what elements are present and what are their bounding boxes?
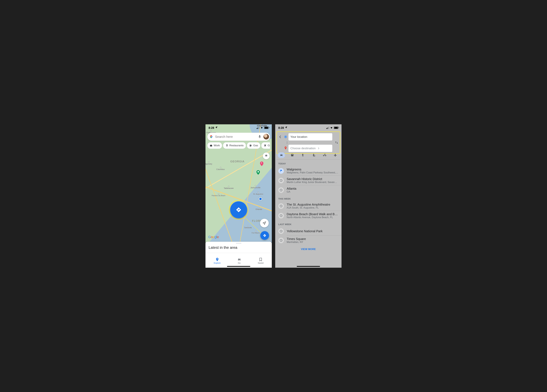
clock-icon — [278, 228, 284, 234]
suggestion-row[interactable]: Daytona Beach (Board Walk and Beach P…No… — [275, 211, 342, 220]
suggestion-subtitle: Walgreens, Palm Coast Parkway Southwest,… — [287, 171, 338, 174]
avatar[interactable] — [263, 134, 269, 140]
suggestion-row[interactable]: WalgreensWalgreens, Palm Coast Parkway S… — [275, 166, 342, 176]
destination-pin-icon — [284, 146, 287, 150]
location-services-icon — [215, 126, 218, 129]
view-more-button[interactable]: VIEW MORE — [275, 245, 342, 255]
chip-restaurants[interactable]: Restaurants — [223, 142, 246, 149]
search-input[interactable] — [215, 135, 256, 139]
section-header: LAST WEEK — [275, 220, 342, 227]
suggestion-subtitle: North Atlantic Avenue, Daytona Beach, FL — [287, 216, 338, 219]
chip-groceries[interactable]: Groceries — [261, 142, 270, 149]
phone-directions-view: 8:28 Your location Choose destination — [275, 124, 342, 268]
suggestion-title: Daytona Beach (Board Walk and Beach P… — [287, 213, 338, 216]
clock-icon — [278, 178, 284, 183]
tab-go[interactable]: Go — [237, 258, 241, 264]
status-bar: 8:28 — [205, 124, 272, 131]
wifi-icon — [330, 126, 333, 129]
chip-label: Groceries — [268, 144, 270, 147]
clock-icon — [278, 213, 284, 219]
suggestion-row[interactable]: Yellowstone National Park — [275, 227, 342, 235]
svg-point-2 — [211, 136, 212, 137]
origin-dot-icon — [284, 136, 287, 138]
directions-fab[interactable] — [260, 231, 269, 240]
bottom-sheet[interactable]: Latest in the area — [205, 242, 272, 253]
google-logo-icon — [210, 135, 213, 138]
suggestion-subtitle: A1A South, St. Augustine, FL — [287, 206, 338, 209]
battery-icon — [334, 126, 338, 129]
location-services-icon — [285, 126, 287, 129]
mode-flight[interactable] — [332, 152, 339, 158]
destination-suggestions: TODAY WalgreensWalgreens, Palm Coast Par… — [275, 159, 342, 268]
signal-icon — [326, 127, 329, 129]
suggestion-title: The St. Augustine Amphitheatre — [287, 203, 338, 206]
chip-gas[interactable]: Gas — [247, 142, 260, 149]
suggestion-row[interactable]: Savannah Historic DistrictMartin Luther … — [275, 176, 342, 185]
phone-map-view: Chattanooga Charlotte GEORGIA FLORIDA tg… — [205, 124, 272, 268]
home-indicator — [297, 266, 320, 267]
origin-value: Your location — [290, 135, 307, 139]
tab-label: Explore — [214, 262, 221, 264]
tab-bar: Explore Go Saved — [205, 253, 272, 268]
chip-label: Gas — [253, 144, 258, 147]
recenter-button[interactable] — [260, 219, 269, 227]
flag-icon — [278, 168, 284, 174]
chip-work[interactable]: Work — [207, 142, 222, 149]
directions-callout — [230, 201, 247, 218]
mode-rideshare[interactable] — [310, 152, 317, 158]
mode-walk[interactable] — [299, 152, 307, 158]
signal-icon — [257, 127, 260, 129]
suggestion-title: Atlanta — [287, 187, 338, 190]
grabber-icon[interactable] — [236, 243, 241, 244]
section-header: THIS WEEK — [275, 195, 342, 201]
clock-icon — [278, 203, 284, 209]
mode-transit[interactable] — [288, 152, 296, 158]
wifi-icon — [260, 126, 263, 129]
clock-icon — [278, 238, 284, 243]
waypoint-dots-icon — [286, 141, 288, 144]
route-inputs-highlight: Your location Choose destination — [276, 132, 340, 154]
directions-icon — [236, 207, 242, 213]
destination-input[interactable]: Choose destination — [288, 145, 332, 152]
mic-icon[interactable] — [258, 135, 262, 139]
suggestion-subtitle: Martin Luther King Junior Boulevard, Sav… — [287, 181, 338, 184]
tab-saved[interactable]: Saved — [258, 258, 264, 264]
chip-label: Restaurants — [229, 144, 244, 147]
mode-bike[interactable] — [321, 152, 328, 158]
tab-label: Saved — [258, 262, 264, 264]
suggestion-row[interactable]: Times SquareManhattan, NY — [275, 236, 342, 245]
status-bar: 8:28 — [275, 124, 342, 131]
back-button[interactable] — [278, 135, 283, 139]
svg-line-3 — [244, 216, 262, 234]
suggestion-subtitle: Manhattan, NY — [287, 241, 338, 244]
tab-explore[interactable]: Explore — [214, 258, 221, 264]
home-indicator — [227, 266, 250, 267]
tab-label: Go — [238, 262, 240, 264]
suggestion-title: Times Square — [287, 237, 338, 241]
chip-label: Work — [214, 144, 220, 147]
battery-icon — [264, 126, 269, 129]
suggestion-subtitle: GA — [287, 190, 338, 193]
swap-button[interactable] — [334, 141, 339, 144]
origin-input[interactable]: Your location — [288, 133, 332, 140]
chevron-right-icon — [317, 147, 320, 150]
suggestion-row[interactable]: The St. Augustine AmphitheatreA1A South,… — [275, 201, 342, 211]
layers-button[interactable] — [263, 153, 270, 159]
category-chips: Work Restaurants Gas Groceries — [207, 142, 270, 149]
suggestion-row[interactable]: AtlantaGA — [275, 185, 342, 195]
google-watermark: Google — [208, 235, 219, 239]
search-bar[interactable] — [207, 133, 270, 141]
sheet-title: Latest in the area — [209, 245, 269, 250]
mode-drive[interactable] — [278, 152, 285, 158]
suggestion-title: Yellowstone National Park — [287, 229, 338, 233]
suggestion-title: Savannah Historic District — [287, 177, 338, 181]
travel-modes — [276, 151, 340, 159]
section-header: TODAY — [275, 159, 342, 166]
suggestion-title: Walgreens — [287, 168, 338, 171]
status-time: 8:28 — [278, 126, 287, 130]
destination-placeholder: Choose destination — [290, 147, 316, 150]
status-time: 8:28 — [209, 126, 218, 130]
clock-icon — [278, 187, 284, 193]
